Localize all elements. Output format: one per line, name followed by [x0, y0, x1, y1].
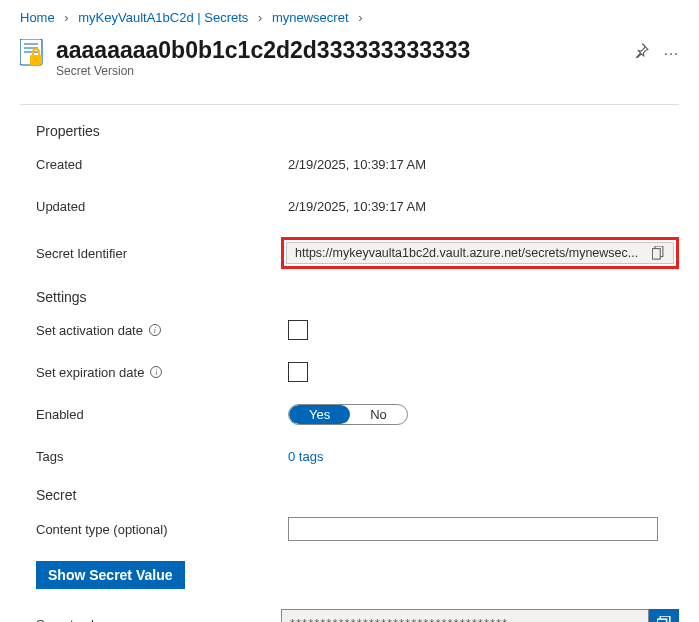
activation-date-checkbox[interactable] — [288, 320, 308, 340]
chevron-right-icon: › — [258, 10, 262, 25]
enabled-no-option[interactable]: No — [350, 405, 407, 424]
tags-link[interactable]: 0 tags — [288, 449, 323, 464]
chevron-right-icon: › — [64, 10, 68, 25]
page-subtitle: Secret Version — [56, 64, 622, 78]
page-header: aaaaaaaa0b0b1c1c2d2d333333333333 Secret … — [0, 31, 699, 94]
expiration-date-label: Set expiration date i — [36, 365, 288, 380]
content-type-label: Content type (optional) — [36, 522, 288, 537]
breadcrumb-secret[interactable]: mynewsecret — [272, 10, 349, 25]
more-icon[interactable]: … — [663, 41, 679, 59]
svg-rect-6 — [652, 249, 660, 260]
activation-date-label: Set activation date i — [36, 323, 288, 338]
secret-identifier-box[interactable]: https://mykeyvaulta1bc2d.vault.azure.net… — [286, 242, 674, 264]
info-icon[interactable]: i — [150, 366, 162, 378]
copy-secret-button[interactable] — [649, 609, 679, 622]
pin-icon[interactable] — [634, 43, 649, 58]
enabled-label: Enabled — [36, 407, 288, 422]
copy-icon[interactable] — [652, 246, 665, 260]
tags-label: Tags — [36, 449, 288, 464]
page-title: aaaaaaaa0b0b1c1c2d2d333333333333 — [56, 37, 622, 64]
created-value: 2/19/2025, 10:39:17 AM — [288, 157, 679, 172]
section-settings: Settings — [36, 289, 679, 305]
updated-label: Updated — [36, 199, 288, 214]
secret-value-field: ************************************ — [281, 609, 649, 622]
secret-version-icon — [20, 39, 44, 67]
expiration-date-checkbox[interactable] — [288, 362, 308, 382]
section-secret: Secret — [36, 487, 679, 503]
breadcrumb: Home › myKeyVaultA1bC2d | Secrets › myne… — [0, 0, 699, 31]
section-properties: Properties — [36, 123, 679, 139]
chevron-right-icon: › — [358, 10, 362, 25]
enabled-yes-option[interactable]: Yes — [289, 405, 350, 424]
content-type-input[interactable] — [288, 517, 658, 541]
info-icon[interactable]: i — [149, 324, 161, 336]
secret-identifier-label: Secret Identifier — [36, 246, 281, 261]
enabled-toggle[interactable]: Yes No — [288, 404, 408, 425]
secret-value-label: Secret value — [36, 617, 281, 623]
secret-identifier-value: https://mykeyvaulta1bc2d.vault.azure.net… — [295, 246, 646, 260]
created-label: Created — [36, 157, 288, 172]
svg-rect-4 — [30, 55, 42, 65]
breadcrumb-home[interactable]: Home — [20, 10, 55, 25]
updated-value: 2/19/2025, 10:39:17 AM — [288, 199, 679, 214]
breadcrumb-vault[interactable]: myKeyVaultA1bC2d | Secrets — [78, 10, 248, 25]
show-secret-value-button[interactable]: Show Secret Value — [36, 561, 185, 589]
secret-identifier-highlight: https://mykeyvaulta1bc2d.vault.azure.net… — [281, 237, 679, 269]
